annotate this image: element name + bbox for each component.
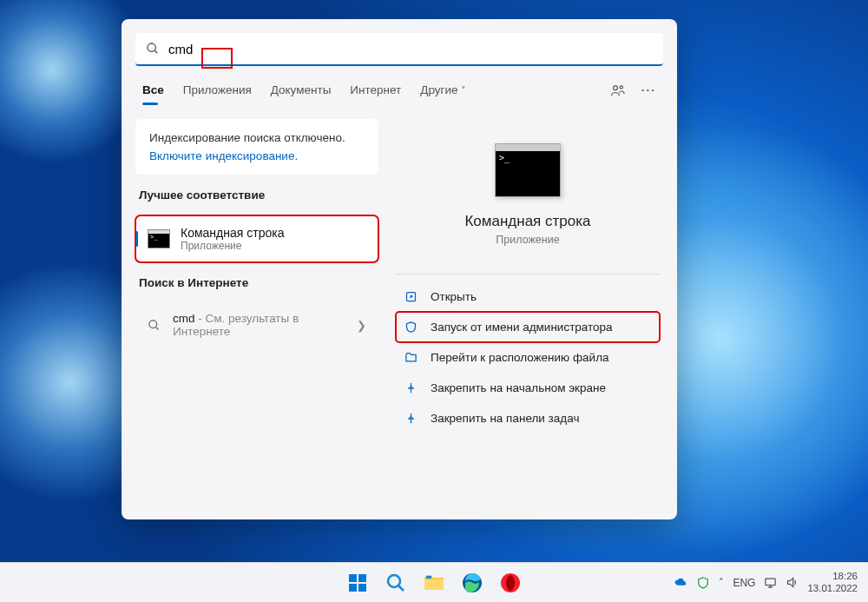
action-open[interactable]: Открыть	[396, 281, 660, 312]
more-options-icon[interactable]: ···	[641, 83, 656, 99]
tray-network-icon[interactable]	[764, 576, 777, 589]
shield-icon	[403, 321, 418, 334]
tab-documents[interactable]: Документы	[271, 76, 332, 105]
action-file-location[interactable]: Перейти к расположению файла	[396, 342, 660, 373]
result-command-prompt[interactable]: Командная строка Приложение	[135, 215, 378, 262]
svg-rect-18	[766, 579, 775, 585]
svg-point-2	[613, 85, 617, 89]
action-pin-start[interactable]: Закрепить на начальном экране	[396, 373, 660, 403]
divider	[396, 274, 660, 275]
results-column: Индексирование поиска отключено. Включит…	[135, 119, 378, 506]
chevron-right-icon: ❯	[357, 319, 366, 332]
account-icon[interactable]	[610, 83, 626, 99]
search-icon	[146, 42, 160, 56]
tab-web[interactable]: Интернет	[350, 76, 401, 105]
svg-point-3	[620, 85, 622, 88]
indexing-notice: Индексирование поиска отключено. Включит…	[135, 119, 378, 175]
result-title: Командная строка	[181, 226, 284, 240]
preview-pane: Командная строка Приложение Открыть Запу…	[378, 119, 677, 506]
preview-subtitle: Приложение	[496, 234, 559, 246]
selection-indicator	[135, 231, 138, 247]
svg-rect-7	[349, 574, 357, 582]
svg-line-5	[155, 327, 158, 329]
svg-line-12	[399, 585, 404, 591]
svg-rect-14	[426, 576, 431, 579]
pin-icon	[403, 412, 418, 425]
action-pin-taskbar[interactable]: Закрепить на панели задач	[396, 403, 660, 433]
search-bar[interactable]	[135, 33, 663, 66]
open-icon	[403, 290, 418, 303]
svg-rect-8	[358, 574, 366, 582]
svg-rect-10	[358, 584, 366, 592]
search-tabs: Все Приложения Документы Интернет Другие…	[122, 73, 677, 105]
action-label: Перейти к расположению файла	[431, 351, 609, 364]
action-label: Запуск от имени администратора	[431, 321, 613, 334]
svg-point-17	[506, 575, 515, 591]
tab-more[interactable]: Другие	[420, 76, 466, 105]
preview-title: Командная строка	[464, 213, 590, 230]
taskbar: ˄ ENG 18:26 13.01.2022	[0, 562, 868, 602]
cmd-preview-icon	[495, 143, 561, 197]
best-match-heading: Лучшее соответствие	[135, 185, 378, 205]
cmd-app-icon	[148, 229, 170, 248]
svg-point-11	[388, 575, 400, 587]
tray-volume-icon[interactable]	[786, 576, 799, 589]
tray-expand-icon[interactable]: ˄	[719, 577, 724, 588]
tray-security-icon[interactable]	[696, 576, 710, 590]
svg-point-0	[148, 43, 155, 51]
result-subtitle: Приложение	[181, 240, 284, 252]
search-input[interactable]	[168, 42, 653, 56]
action-run-as-admin[interactable]: Запуск от имени администратора	[396, 312, 660, 342]
taskbar-edge-button[interactable]	[456, 566, 489, 599]
tab-all[interactable]: Все	[142, 76, 164, 105]
svg-line-1	[155, 50, 157, 53]
web-search-heading: Поиск в Интернете	[135, 273, 378, 293]
tray-clock[interactable]: 18:26 13.01.2022	[807, 571, 861, 595]
action-label: Закрепить на панели задач	[431, 412, 579, 425]
start-button[interactable]	[341, 566, 374, 599]
indexing-message: Индексирование поиска отключено.	[149, 131, 365, 144]
search-icon	[148, 319, 161, 332]
tab-apps[interactable]: Приложения	[183, 76, 252, 105]
web-result-item[interactable]: cmd - См. результаты в Интернете ❯	[135, 303, 378, 347]
taskbar-explorer-button[interactable]	[418, 566, 450, 599]
search-panel: Все Приложения Документы Интернет Другие…	[122, 19, 677, 519]
taskbar-search-button[interactable]	[379, 566, 412, 599]
svg-rect-9	[349, 584, 357, 592]
taskbar-opera-button[interactable]	[494, 566, 527, 599]
svg-rect-13	[424, 579, 444, 590]
action-label: Закрепить на начальном экране	[431, 381, 606, 394]
tray-language[interactable]: ENG	[733, 577, 755, 589]
enable-indexing-link[interactable]: Включите индексирование.	[149, 149, 365, 162]
svg-point-4	[149, 320, 157, 327]
pin-icon	[403, 381, 418, 394]
web-result-text: cmd - См. результаты в Интернете	[173, 312, 345, 338]
folder-icon	[403, 351, 418, 364]
action-label: Открыть	[431, 290, 477, 303]
tray-onedrive-icon[interactable]	[674, 576, 687, 590]
